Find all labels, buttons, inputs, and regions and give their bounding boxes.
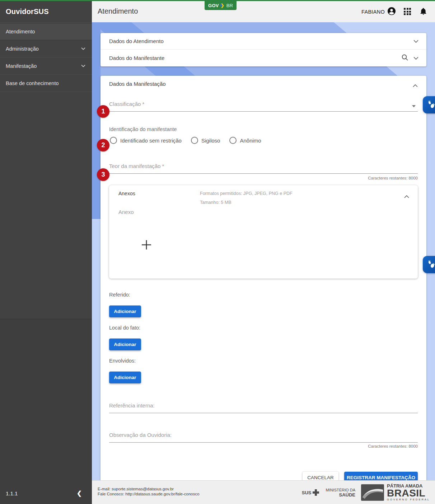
apps-grid-icon[interactable] — [404, 8, 412, 16]
govbr-arrow-icon: ❯ — [220, 3, 225, 8]
anexos-size-hint: Tamanho: 5 MB — [200, 200, 231, 205]
radio-identificado-sem-restricao[interactable]: Identificado sem restrição — [110, 137, 182, 144]
accordion-title: Dados do Manifestante — [109, 55, 164, 61]
observacao-label: Observação da Ouvidoria: — [109, 432, 172, 438]
radio-anonimo[interactable]: Anônimo — [229, 137, 261, 144]
vlibras-hands-icon[interactable] — [423, 256, 435, 273]
sidebar-item-atendimento[interactable]: Atendimento — [0, 23, 92, 40]
adicionar-envolvidos-button[interactable]: Adicionar — [109, 372, 141, 383]
radio-circle-icon — [110, 137, 117, 144]
vlibras-hands-icon[interactable] — [423, 96, 435, 113]
identificacao-label: Identificação do manifestante — [109, 126, 177, 132]
radio-label: Sigiloso — [201, 137, 220, 144]
sidebar-item-label: Manifestação — [6, 63, 37, 69]
main-header: Atendimento FABIANO — [92, 1, 435, 22]
radio-label: Identificado sem restrição — [120, 137, 182, 144]
main-area: Atendimento FABIANO GOV ❯ BR — [92, 0, 435, 504]
collapse-sidebar-icon[interactable]: ❮ — [77, 490, 82, 497]
page-title: Atendimento — [98, 7, 138, 15]
step-badge-3: 3 — [97, 168, 109, 181]
adicionar-local-button[interactable]: Adicionar — [109, 339, 141, 350]
sus-logo-text: SUS — [302, 490, 312, 495]
sidebar-menu: Atendimento Administração Manifestação B… — [0, 23, 92, 92]
sidebar-item-base-conhecimento[interactable]: Base de conhecimento — [0, 75, 92, 92]
step-badge-2: 2 — [97, 139, 109, 151]
patria-line3: GOVERNO FEDERAL — [387, 498, 430, 501]
anexos-title: Anexos — [118, 191, 135, 196]
sidebar-footer: 1.1.1 ❮ — [0, 485, 92, 501]
app-version: 1.1.1 — [6, 490, 18, 496]
anexos-panel: Anexos Formatos permitidos: JPG, JPEG, P… — [109, 185, 418, 279]
identificacao-radio-group: Identificado sem restrição Sigiloso Anôn… — [110, 137, 261, 144]
step-badge-1: 1 — [97, 105, 109, 118]
manifestacao-form-card: Dados da Manifestação 1 2 3 Classificaçã… — [100, 76, 426, 480]
sidebar-item-manifestacao[interactable]: Manifestação — [0, 57, 92, 75]
govbr-br-text: BR — [226, 3, 233, 8]
accordion-dados-atendimento[interactable]: Dados do Atendimento — [100, 33, 426, 50]
radio-label: Anônimo — [240, 137, 261, 144]
envolvidos-label: Envolvidos: — [109, 358, 136, 364]
sidebar-lower-panel — [0, 319, 92, 504]
govbr-badge: GOV ❯ BR — [205, 1, 237, 10]
accordion-title: Dados do Atendimento — [109, 38, 164, 44]
referencia-interna-input[interactable]: Referência interna: — [109, 402, 418, 413]
govbr-gov-text: GOV — [208, 3, 219, 8]
radio-circle-icon — [229, 137, 237, 144]
sidebar-item-administracao[interactable]: Administração — [0, 40, 92, 57]
bell-icon[interactable] — [420, 7, 427, 17]
chevron-down-icon[interactable] — [413, 38, 418, 45]
accordions-card: Dados do Atendimento Dados do Manifestan… — [100, 33, 426, 66]
anexos-formats-hint: Formatos permitidos: JPG, JPEG, PNG e PD… — [200, 191, 293, 196]
patria-amada-brasil-logo: PÁTRIA AMADA BRASIL GOVERNO FEDERAL — [361, 484, 430, 501]
chevron-down-icon — [81, 47, 85, 50]
add-attachment-button[interactable] — [140, 238, 153, 251]
local-do-fato-label: Local do fato: — [109, 325, 140, 331]
top-green-bar — [0, 0, 435, 1]
sidebar-header: OuvidorSUS — [0, 1, 92, 23]
teor-manifestacao-input[interactable]: Teor da manifestação * — [109, 163, 418, 174]
referencia-label: Referência interna: — [109, 402, 155, 409]
anexo-label: Anexo — [118, 209, 134, 215]
content-background: Dados do Atendimento Dados do Manifestan… — [92, 22, 435, 480]
person-circle-icon — [387, 7, 396, 17]
sus-cross-icon — [312, 489, 320, 496]
radio-circle-icon — [191, 137, 198, 144]
sidebar-item-label: Base de conhecimento — [6, 80, 59, 86]
user-name: FABIANO — [361, 9, 385, 15]
footer-email: E-mail: suporte.sistemas@datasus.gov.br — [98, 486, 200, 491]
chevron-up-icon[interactable] — [404, 193, 409, 200]
teor-label: Teor da manifestação * — [109, 163, 164, 169]
ministerio-line2: SAÚDE — [326, 493, 355, 497]
brasil-flag-icon — [361, 484, 384, 501]
patria-line2: BRASIL — [387, 489, 430, 498]
chars-remaining-observacao: Caracteres restantes: 8000 — [368, 444, 418, 448]
caret-down-icon — [412, 105, 416, 107]
footer-fale-conosco: Fale Conosco: http://datasus.saude.gov.b… — [98, 491, 200, 496]
accordion-dados-manifestante[interactable]: Dados do Manifestante — [100, 50, 426, 66]
user-menu[interactable]: FABIANO — [361, 7, 396, 17]
ministerio-saude-logo: MINISTÉRIO DA SAÚDE — [326, 488, 355, 497]
sidebar-item-label: Atendimento — [6, 29, 35, 34]
radio-sigiloso[interactable]: Sigiloso — [191, 137, 220, 144]
adicionar-referido-button[interactable]: Adicionar — [109, 305, 141, 317]
chevron-up-icon[interactable] — [413, 82, 418, 89]
observacao-ouvidoria-input[interactable]: Observação da Ouvidoria: — [109, 432, 418, 443]
sidebar-item-label: Administração — [6, 46, 39, 52]
classificacao-label: Classificação * — [109, 101, 144, 107]
chars-remaining-teor: Caracteres restantes: 8000 — [368, 176, 418, 180]
header-actions: FABIANO — [361, 7, 427, 17]
app-title: OuvidorSUS — [6, 8, 49, 16]
section-title: Dados da Manifestação — [109, 81, 166, 87]
registrar-manifestacao-button[interactable]: REGISTRAR MANIFESTAÇÃO — [344, 472, 418, 480]
chevron-down-icon[interactable] — [413, 55, 418, 61]
footer: E-mail: suporte.sistemas@datasus.gov.br … — [92, 480, 435, 504]
search-icon[interactable] — [401, 54, 408, 62]
form-actions: CANCELAR REGISTRAR MANIFESTAÇÃO — [303, 472, 418, 480]
referido-label: Referido: — [109, 292, 130, 298]
background-shape — [92, 22, 100, 219]
cancel-button[interactable]: CANCELAR — [303, 472, 338, 480]
classificacao-select[interactable]: Classificação * — [109, 101, 418, 112]
chevron-down-icon — [81, 65, 85, 67]
sus-logo: SUS — [302, 489, 320, 496]
sidebar: OuvidorSUS Atendimento Administração Man… — [0, 0, 92, 504]
